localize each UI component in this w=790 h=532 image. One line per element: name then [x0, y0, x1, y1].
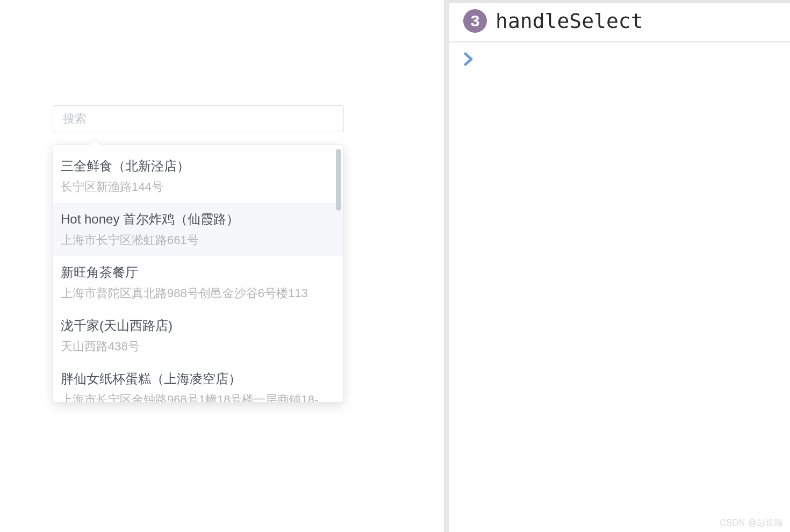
suggestion-dropdown: 三全鲜食（北新泾店） 长宁区新渔路144号 Hot honey 首尔炸鸡（仙霞路…: [53, 144, 344, 402]
chevron-right-icon: [463, 52, 475, 66]
devtools-console-pane: 3 handleSelect: [449, 0, 790, 532]
suggestion-address: 上海市普陀区真北路988号创邑金沙谷6号楼113: [61, 284, 334, 302]
app-preview-pane: 三全鲜食（北新泾店） 长宁区新渔路144号 Hot honey 首尔炸鸡（仙霞路…: [0, 0, 444, 532]
watermark-text: CSDN @彭世瑜: [720, 517, 784, 529]
suggestion-title: 新旺角茶餐厅: [61, 263, 334, 282]
suggestion-item[interactable]: 三全鲜食（北新泾店） 长宁区新渔路144号: [53, 150, 343, 203]
suggestion-address: 天山西路438号: [61, 337, 334, 355]
suggestion-address: 上海市长宁区淞虹路661号: [61, 231, 334, 249]
suggestion-address: 长宁区新渔路144号: [61, 178, 334, 196]
scrollbar-thumb[interactable]: [336, 149, 341, 211]
log-count-badge: 3: [463, 9, 487, 33]
suggestion-item[interactable]: 泷千家(天山西路店) 天山西路438号: [53, 310, 343, 363]
suggestion-address: 上海市长宁区金钟路968号1幢18号楼一层商铺18-101: [61, 391, 334, 402]
suggestion-item[interactable]: Hot honey 首尔炸鸡（仙霞路） 上海市长宁区淞虹路661号: [53, 203, 343, 256]
log-count: 3: [471, 12, 480, 30]
suggestion-title: 三全鲜食（北新泾店）: [61, 156, 334, 176]
console-input-row[interactable]: [449, 42, 790, 68]
autocomplete-area: 三全鲜食（北新泾店） 长宁区新渔路144号 Hot honey 首尔炸鸡（仙霞路…: [53, 105, 344, 132]
dropdown-inner: 三全鲜食（北新泾店） 长宁区新渔路144号 Hot honey 首尔炸鸡（仙霞路…: [53, 145, 343, 402]
console-log-row[interactable]: 3 handleSelect: [449, 3, 790, 42]
suggestion-item[interactable]: 胖仙女纸杯蛋糕（上海凌空店） 上海市长宁区金钟路968号1幢18号楼一层商铺18…: [53, 363, 343, 402]
suggestion-item[interactable]: 新旺角茶餐厅 上海市普陀区真北路988号创邑金沙谷6号楼113: [53, 256, 343, 310]
suggestion-title: 胖仙女纸杯蛋糕（上海凌空店）: [61, 369, 334, 389]
suggestion-title: Hot honey 首尔炸鸡（仙霞路）: [61, 210, 334, 229]
pane-divider[interactable]: [444, 0, 449, 532]
log-message: handleSelect: [495, 9, 643, 33]
search-input[interactable]: [53, 105, 344, 132]
suggestion-title: 泷千家(天山西路店): [61, 316, 334, 335]
dropdown-caret: [90, 139, 100, 145]
